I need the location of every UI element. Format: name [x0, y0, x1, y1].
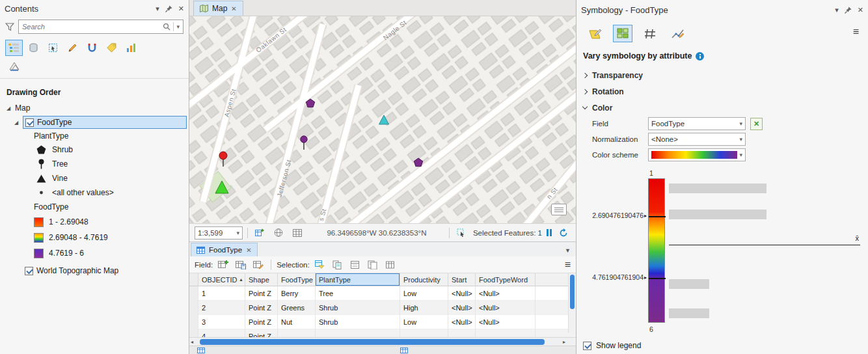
table-cell[interactable]: <Null>	[448, 315, 476, 329]
delete-selection-icon[interactable]	[383, 258, 398, 271]
section-rotation[interactable]: Rotation	[576, 83, 868, 100]
tree-item-foodtype-layer[interactable]: ◢ FoodType	[0, 115, 189, 129]
table-cell[interactable]: <Null>	[448, 286, 476, 301]
list-by-charts-icon[interactable]	[122, 40, 140, 56]
list-by-data-source-icon[interactable]	[25, 40, 42, 56]
legend-item-vine[interactable]: Vine	[0, 171, 189, 185]
row-selector[interactable]	[189, 301, 198, 315]
info-icon[interactable]	[696, 52, 704, 61]
layer-visibility-checkbox[interactable]	[25, 118, 34, 127]
table-cell[interactable]: 4	[198, 329, 245, 337]
scale-select[interactable]: 1:3,599 ▾	[195, 226, 243, 239]
legend-item-tree[interactable]: Tree	[0, 157, 189, 171]
table-cell[interactable]: Point Z	[245, 329, 278, 337]
spatial-grid-icon[interactable]	[271, 226, 286, 239]
show-legend-row[interactable]: Show legend	[576, 341, 868, 350]
switch-selection-icon[interactable]	[331, 258, 345, 271]
table-cell[interactable]: <Null>	[476, 301, 536, 315]
table-cell[interactable]	[278, 329, 316, 337]
table-cell[interactable]: <Null>	[448, 301, 476, 315]
calculate-field-icon[interactable]	[234, 258, 248, 271]
horizontal-scrollbar[interactable]: ◂ ▸	[189, 337, 576, 346]
docked-table-icon[interactable]	[400, 347, 408, 353]
legend-class-1[interactable]: 1 - 2.69048	[0, 214, 189, 230]
pane-options-icon[interactable]: ▾	[835, 7, 839, 14]
legend-class-3[interactable]: 4.7619 - 6	[0, 245, 189, 261]
docked-table-icon[interactable]	[197, 347, 205, 353]
class-break-label-2[interactable]: 4.761904761904▸	[576, 273, 647, 281]
close-tab-icon[interactable]: ✕	[246, 247, 251, 254]
legend-class-2[interactable]: 2.69048 - 4.7619	[0, 230, 189, 245]
expander-icon[interactable]: ◢	[13, 120, 20, 126]
table-cell[interactable]	[400, 329, 448, 337]
scrollbar-thumb[interactable]	[200, 339, 545, 345]
table-cell[interactable]: 1	[198, 286, 245, 301]
column-header-foodtype[interactable]: FoodType	[278, 273, 316, 286]
legend-item-all-other-values[interactable]: <all other values>	[0, 185, 189, 200]
class-break-line[interactable]	[649, 278, 666, 279]
color-ramp[interactable]	[648, 178, 665, 323]
table-cell[interactable]: Nut	[278, 315, 316, 329]
table-cell[interactable]: <Null>	[476, 315, 536, 329]
clear-selection-icon[interactable]	[348, 258, 362, 271]
basemap-visibility-checkbox[interactable]	[25, 267, 33, 275]
close-icon[interactable]: ✕	[858, 7, 863, 14]
class-break-line[interactable]	[649, 216, 666, 217]
symbol-layer-drawing-icon[interactable]	[640, 25, 660, 42]
legend-item-shrub[interactable]: Shrub	[0, 143, 189, 157]
table-row[interactable]: 1Point ZBerryTreeLow<Null><Null>	[189, 286, 576, 301]
overflow-labels-icon[interactable]	[551, 204, 567, 215]
select-all-header[interactable]	[189, 273, 198, 286]
map-view[interactable]: Oaklawn St Nagle St Aspen St Jefferson S…	[189, 16, 576, 223]
table-cell[interactable]	[316, 329, 400, 337]
class-break-label-1[interactable]: 2.690476190476▸	[576, 211, 647, 219]
table-cell[interactable]: Low	[400, 315, 448, 329]
refresh-icon[interactable]	[556, 226, 571, 239]
table-cell[interactable]: Shrub	[316, 315, 400, 329]
list-by-selection-icon[interactable]	[44, 40, 62, 56]
list-by-drawing-order-icon[interactable]	[5, 40, 23, 56]
table-cell[interactable]: <Null>	[476, 286, 536, 301]
table-cell[interactable]: Point Z	[245, 301, 278, 315]
foodtype-layer-selected-row[interactable]: FoodType	[23, 116, 187, 129]
column-header-productivity[interactable]: Productivity	[400, 273, 448, 286]
search-options-icon[interactable]: ▾	[176, 24, 180, 30]
table-cell[interactable]: 3	[198, 315, 245, 329]
row-selector[interactable]	[189, 315, 198, 329]
tree-item-basemap[interactable]: World Topographic Map	[0, 264, 189, 278]
table-cell[interactable]: Point Z	[245, 286, 278, 301]
table-cell[interactable]: High	[400, 301, 448, 315]
pin-icon[interactable]	[165, 5, 172, 12]
field-dropdown[interactable]: FoodType ▾	[648, 117, 746, 130]
list-by-editing-icon[interactable]	[64, 40, 81, 56]
close-tab-icon[interactable]: ✕	[231, 5, 236, 12]
show-legend-checkbox[interactable]	[583, 342, 591, 350]
pin-icon[interactable]	[845, 7, 852, 14]
tab-list-icon[interactable]: ▼	[565, 247, 571, 254]
column-header-start[interactable]: Start	[448, 273, 476, 286]
expander-icon[interactable]: ◢	[5, 105, 12, 111]
column-header-foodtypeword[interactable]: FoodTypeWord	[476, 273, 536, 286]
select-by-attributes-icon[interactable]	[313, 258, 327, 271]
table-cell[interactable]	[448, 329, 476, 337]
table-cell[interactable]: Berry	[278, 286, 316, 301]
column-header-shape[interactable]: Shape	[245, 273, 278, 286]
scroll-right-icon[interactable]: ▸	[563, 339, 565, 345]
table-cell[interactable]: Tree	[316, 286, 400, 301]
color-scheme-dropdown[interactable]: ▾	[648, 148, 746, 161]
map-view-tab[interactable]: Map ✕	[193, 1, 243, 16]
list-by-perspective-icon[interactable]	[5, 58, 23, 74]
row-selector[interactable]	[189, 286, 198, 301]
row-selector[interactable]	[189, 329, 198, 337]
scroll-left-icon[interactable]: ◂	[191, 339, 193, 345]
table-cell[interactable]: Shrub	[316, 301, 400, 315]
column-header-planttype[interactable]: PlantType	[316, 273, 400, 286]
table-row[interactable]: 3Point ZNutShrubLow<Null><Null>	[189, 315, 576, 329]
close-icon[interactable]: ✕	[178, 5, 184, 12]
primary-symbology-icon[interactable]	[586, 25, 605, 42]
section-color[interactable]: Color	[576, 100, 868, 116]
map-canvas[interactable]: Oaklawn St Nagle St Aspen St Jefferson S…	[189, 16, 576, 223]
fields-view-icon[interactable]	[251, 258, 265, 271]
vary-symbology-by-attribute-icon[interactable]	[613, 25, 632, 42]
table-cell[interactable]: Low	[400, 286, 448, 301]
